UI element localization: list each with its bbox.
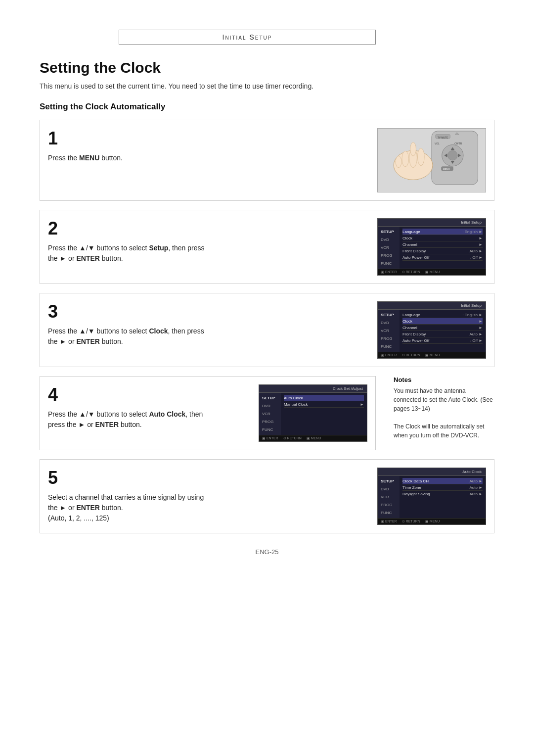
step-5-sidebar: SETUP DVD VCR PROG FUNC [378,476,400,518]
step-2-screen: Initial Setup SETUP DVD VCR PROG FUNC La… [377,218,486,276]
svg-point-8 [447,150,457,160]
step-2-screen-header: Initial Setup [378,219,486,227]
step-3-content: Language: English ► Clock► Channel► Fron… [400,310,486,352]
menu-row-channel-3: Channel► [402,325,483,331]
sidebar-vcr-3: VCR [379,328,399,334]
step-3-text: Press the ▲/▼ buttons to select Clock, t… [48,326,206,347]
sidebar-func-3: FUNC [379,343,399,350]
menu-row-auto-power: Auto Power Off: Off ► [402,254,483,261]
svg-text:CH/TR: CH/TR [454,142,462,145]
step-2-text: Press the ▲/▼ buttons to select Setup, t… [48,243,206,264]
sidebar-func-4: FUNC [260,426,280,433]
menu-row-daylight: Daylight Saving: Auto ► [402,491,483,497]
step-4-block: 4 Press the ▲/▼ buttons to select Auto C… [40,376,376,450]
step-2-left: 2 Press the ▲/▼ buttons to select Setup,… [48,218,206,276]
sidebar-dvd-5: DVD [379,486,399,492]
step-3-number: 3 [48,301,206,322]
step-2-right: Initial Setup SETUP DVD VCR PROG FUNC La… [216,218,486,276]
step-4-footer: ▣ ENTER⊙ RETURN▣ MENU [259,435,367,441]
menu-row-clock-data: Clock Data CH: Auto ► [402,478,483,484]
step-2-number: 2 [48,218,206,239]
sidebar-prog-5: PROG [379,502,399,508]
step-5-left: 5 Select a channel that carries a time s… [48,468,206,525]
notes-title: Notes [394,376,494,383]
step-3-block: 3 Press the ▲/▼ buttons to select Clock,… [40,293,494,367]
menu-row-time-zone: Time Zone: Auto ► [402,484,483,491]
sidebar-func: FUNC [379,260,399,267]
page-footer: ENG-25 [40,548,494,556]
subsection-title: Setting the Clock Automatically [40,102,494,112]
step-4-sidebar: SETUP DVD VCR PROG FUNC [259,393,281,435]
sidebar-prog-3: PROG [379,335,399,342]
step-1-left: 1 Press the MENU button. [48,128,206,192]
menu-row-auto-clock: Auto Clock [284,395,364,401]
svg-point-17 [417,148,424,165]
notes-text: You must have the antenna connected to s… [394,386,494,440]
section-header-box: Initial Setup [119,30,376,45]
step-4-container: 4 Press the ▲/▼ buttons to select Auto C… [40,376,494,450]
step-3-screen: Initial Setup SETUP DVD VCR PROG FUNC La… [377,301,486,359]
menu-row-front-display: Front Display: Auto ► [402,248,483,254]
sidebar-vcr-5: VCR [379,494,399,500]
step-5-screen-header: Auto Clock [378,468,486,476]
step-5-content: Clock Data CH: Auto ► Time Zone: Auto ► … [400,476,486,518]
sidebar-func-5: FUNC [379,510,399,516]
page-number: ENG-25 [256,548,279,556]
menu-row-language: Language: English ► [402,229,483,235]
step-5-text: Select a channel that carries a time sig… [48,492,206,523]
step-3-footer: ▣ ENTER⊙ RETURN▣ MENU [378,352,486,358]
svg-point-19 [396,156,401,168]
section-label: Initial Setup [222,33,272,41]
step-4-left: 4 Press the ▲/▼ buttons to select Auto C… [48,384,206,442]
menu-row-language-3: Language: English ► [402,312,483,318]
step-1-right: TV MUTE VOL CH/TR MENU [216,128,486,192]
step-4-screen-header: Clock Set /Adjust [259,385,367,393]
sidebar-dvd-3: DVD [379,320,399,326]
svg-text:TV MUTE: TV MUTE [438,137,448,139]
step-3-sidebar: SETUP DVD VCR PROG FUNC [378,310,400,352]
sidebar-dvd: DVD [379,236,399,243]
svg-point-18 [402,151,409,167]
step-4-text: Press the ▲/▼ buttons to select Auto Clo… [48,409,206,430]
menu-row-auto-power-3: Auto Power Off: Off ► [402,337,483,344]
step-5-right: Auto Clock SETUP DVD VCR PROG FUNC Clock… [216,468,486,525]
step-4-content: Auto Clock Manual Clock► [281,393,367,435]
step-3-right: Initial Setup SETUP DVD VCR PROG FUNC La… [216,301,486,359]
step-4-screen: Clock Set /Adjust SETUP DVD VCR PROG FUN… [259,384,367,442]
step-1-number: 1 [48,128,206,149]
menu-row-front-display-3: Front Display: Auto ► [402,331,483,337]
step-2-sidebar: SETUP DVD VCR PROG FUNC [378,227,400,269]
sidebar-prog: PROG [379,252,399,259]
sidebar-dvd-4: DVD [260,403,280,409]
step-2-footer: ▣ ENTER⊙ RETURN▣ MENU [378,269,486,275]
page-description: This menu is used to set the current tim… [40,82,494,90]
notes-box: Notes You must have the antenna connecte… [386,376,494,450]
step-1-image: TV MUTE VOL CH/TR MENU [377,128,486,192]
sidebar-setup: SETUP [379,229,399,235]
sidebar-setup-3: SETUP [379,312,399,318]
menu-row-channel: Channel► [402,241,483,248]
step-5-number: 5 [48,468,206,488]
sidebar-setup-5: SETUP [379,478,399,484]
step-2-content: Language: English ► Clock► Channel► Fron… [400,227,486,269]
menu-row-clock: Clock► [402,235,483,241]
step-3-left: 3 Press the ▲/▼ buttons to select Clock,… [48,301,206,359]
step-4-right: Clock Set /Adjust SETUP DVD VCR PROG FUN… [216,384,367,442]
step-3-screen-header: Initial Setup [378,302,486,310]
menu-row-manual-clock: Manual Clock► [284,401,364,408]
step-5-block: 5 Select a channel that carries a time s… [40,459,494,533]
sidebar-setup-4: SETUP [260,395,280,401]
step-1-block: 1 Press the MENU button. TV MUTE VOL CH/… [40,120,494,201]
sidebar-vcr: VCR [379,244,399,251]
menu-row-clock-3: Clock► [402,318,483,325]
sidebar-vcr-4: VCR [260,411,280,417]
step-4-number: 4 [48,384,206,405]
step-5-screen: Auto Clock SETUP DVD VCR PROG FUNC Clock… [377,468,486,525]
sidebar-prog-4: PROG [260,419,280,425]
step-1-text: Press the MENU button. [48,153,206,163]
step-2-block: 2 Press the ▲/▼ buttons to select Setup,… [40,210,494,284]
svg-point-20 [410,142,416,156]
page-title: Setting the Clock [40,59,494,76]
step-5-footer: ▣ ENTER⊙ RETURN▣ MENU [378,518,486,524]
svg-text:VOL: VOL [435,142,440,145]
